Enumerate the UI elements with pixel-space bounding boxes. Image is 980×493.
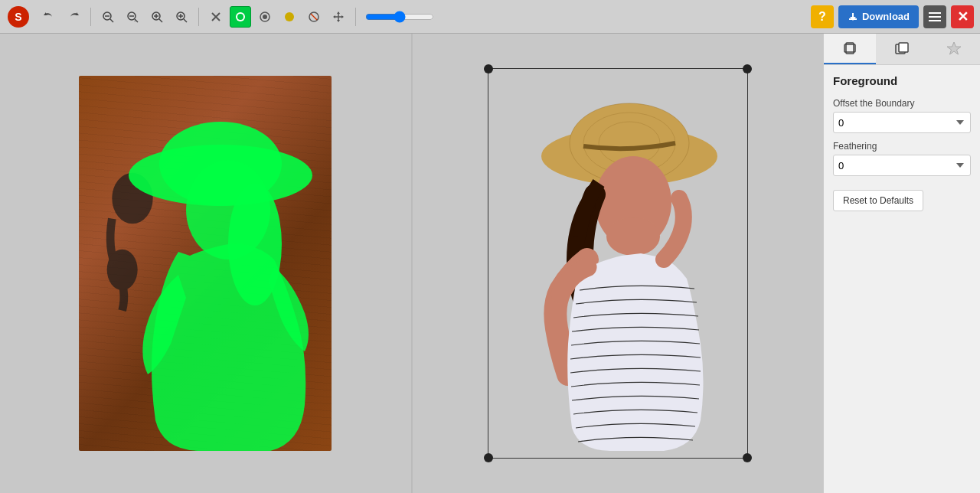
cancel-button[interactable] — [205, 6, 227, 28]
circle-tool-button[interactable] — [279, 6, 300, 28]
result-image-container — [488, 68, 748, 459]
handle-bottom-left[interactable] — [484, 453, 493, 462]
svg-marker-30 — [333, 15, 335, 18]
reset-defaults-button[interactable]: Reset to Defaults — [833, 190, 923, 211]
layers-icon — [842, 41, 858, 56]
svg-line-25 — [311, 14, 317, 20]
download-icon — [848, 11, 858, 22]
close-button[interactable]: ✕ — [951, 5, 974, 28]
separator-3 — [355, 8, 356, 26]
svg-text:S: S — [15, 11, 21, 23]
green-mask-overlay — [79, 76, 332, 451]
canvas-area[interactable] — [0, 34, 823, 493]
svg-marker-28 — [337, 11, 340, 14]
svg-point-23 — [285, 12, 294, 21]
sidebar-tabs — [824, 34, 980, 65]
main-area: Foreground Offset the Boundary 0 1 2 3 5… — [0, 34, 980, 493]
zoom-in-small-button[interactable] — [146, 6, 168, 28]
redo-button[interactable] — [63, 6, 84, 28]
left-panel[interactable] — [0, 34, 411, 493]
original-image-container — [79, 76, 332, 451]
feathering-label: Feathering — [833, 141, 971, 152]
top-right-buttons: ? Download ✕ — [811, 5, 974, 28]
tab-layers[interactable] — [824, 34, 876, 64]
offset-label: Offset the Boundary — [833, 98, 971, 109]
svg-rect-54 — [899, 43, 908, 52]
svg-marker-29 — [337, 20, 340, 22]
svg-line-14 — [184, 19, 187, 22]
svg-rect-34 — [852, 13, 854, 18]
svg-point-20 — [237, 14, 243, 20]
zoom-out-button[interactable] — [97, 6, 119, 28]
menu-button[interactable] — [923, 5, 946, 28]
sidebar-title: Foreground — [833, 74, 971, 87]
separator-2 — [198, 8, 199, 26]
undo-button[interactable] — [38, 6, 60, 28]
brush-size-slider[interactable] — [365, 11, 434, 23]
zoom-out-small-button[interactable]: - — [122, 6, 143, 28]
handle-bottom-right[interactable] — [743, 453, 752, 462]
svg-point-22 — [263, 15, 267, 19]
svg-line-3 — [110, 19, 113, 22]
handle-top-right[interactable] — [743, 64, 752, 73]
sidebar-content: Foreground Offset the Boundary 0 1 2 3 5… — [824, 65, 980, 220]
feathering-select[interactable]: 0 1 2 3 5 10 — [833, 155, 971, 176]
offset-section: Offset the Boundary 0 1 2 3 5 10 — [833, 98, 971, 133]
toolbar: S - — [0, 0, 980, 34]
svg-point-50 — [606, 217, 660, 256]
star-icon — [946, 41, 962, 56]
cutout-result — [511, 76, 725, 451]
handle-top-left[interactable] — [484, 64, 493, 73]
svg-marker-31 — [341, 15, 344, 18]
tab-favorites[interactable] — [928, 34, 980, 64]
feathering-section: Feathering 0 1 2 3 5 10 — [833, 141, 971, 176]
right-panel[interactable] — [413, 34, 824, 493]
tab-copy[interactable] — [876, 34, 928, 64]
cutout-svg — [511, 76, 725, 451]
app-logo: S — [6, 5, 31, 29]
foreground-tool-button[interactable] — [230, 6, 251, 28]
sidebar: Foreground Offset the Boundary 0 1 2 3 5… — [823, 34, 980, 493]
brush-size-slider-container — [365, 11, 434, 23]
separator-1 — [90, 8, 91, 26]
eraser-button[interactable] — [303, 6, 325, 28]
svg-line-10 — [159, 19, 162, 22]
menu-icon — [929, 12, 941, 21]
download-button[interactable]: Download — [838, 5, 919, 28]
zoom-in-button[interactable] — [171, 6, 192, 28]
offset-select[interactable]: 0 1 2 3 5 10 — [833, 112, 971, 133]
background-tool-button[interactable] — [254, 6, 276, 28]
move-button[interactable] — [328, 6, 349, 28]
copy-icon — [894, 41, 910, 56]
svg-marker-55 — [947, 42, 961, 54]
help-button[interactable]: ? — [811, 5, 834, 28]
